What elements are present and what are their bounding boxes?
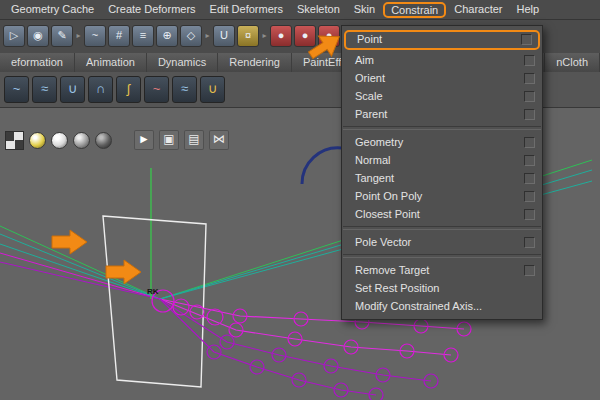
option-box-icon[interactable] [524,91,535,102]
select-curves-mask-icon[interactable] [84,25,106,47]
menu-item-label: Closest Point [355,208,420,220]
extend-curve-icon[interactable] [172,76,197,103]
shelf-tab-rendering[interactable]: Rendering [218,53,292,72]
ep-curve-tool-icon[interactable] [4,76,29,103]
shaded-sphere-dark-icon[interactable] [95,132,112,149]
arrow-pointing-at-point-menu-item [306,28,352,66]
toolbar-group-divider[interactable] [261,25,268,47]
menu-item-label: Scale [355,90,383,102]
menu-item-parent[interactable]: Parent [342,105,542,123]
menu-item-label: Remove Target [355,264,429,276]
panel-layout-icon[interactable] [184,130,204,150]
menu-item-point[interactable]: Point [344,30,540,50]
menu-skeleton[interactable]: Skeleton [290,1,347,18]
menu-item-label: Parent [355,108,387,120]
camera-arc-curve [302,148,341,184]
arrow-pointing-at-plane [50,228,90,256]
constrain-dropdown-menu: Point Aim Orient Scale Parent Geometry N… [341,25,543,320]
option-box-icon[interactable] [524,173,535,184]
select-surfaces-mask-icon[interactable] [108,25,130,47]
maya-window: Geometry Cache Create Deformers Edit Def… [0,0,600,400]
menu-item-aim[interactable]: Aim [342,51,542,69]
menu-item-geometry[interactable]: Geometry [342,133,542,151]
menu-help[interactable]: Help [510,1,547,18]
option-box-icon[interactable] [524,209,535,220]
insert-knot-icon[interactable] [144,76,169,103]
pencil-curve-tool-icon[interactable] [32,76,57,103]
show-manipulators-icon[interactable] [209,130,229,150]
menu-item-label: Geometry [355,136,403,148]
shelf-tab-dynamics[interactable]: Dynamics [147,53,218,72]
option-box-icon[interactable] [524,191,535,202]
option-box-icon[interactable] [524,137,535,148]
option-box-icon[interactable] [521,34,532,45]
menu-separator [343,126,541,130]
shelf-tab-animation[interactable]: Animation [75,53,147,72]
menu-item-point-on-poly[interactable]: Point On Poly [342,187,542,205]
paint-select-icon[interactable] [51,25,73,47]
option-box-icon[interactable] [524,109,535,120]
select-tool-icon[interactable] [3,25,25,47]
arrow-pointing-at-joint [104,258,144,286]
toolbar-group-divider[interactable] [204,25,211,47]
menu-item-label: Modify Constrained Axis... [355,300,482,312]
menu-item-label: Orient [355,72,385,84]
shaded-sphere-white-icon[interactable] [51,132,68,149]
menu-skin[interactable]: Skin [347,1,382,18]
offset-curve-icon[interactable] [200,76,225,103]
select-misc-mask-icon[interactable] [180,25,202,47]
snap-to-point-icon[interactable] [237,25,259,47]
menu-separator [343,226,541,230]
menu-item-label: Normal [355,154,390,166]
menu-item-pole-vector[interactable]: Pole Vector [342,233,542,251]
menu-item-label: Point On Poly [355,190,422,202]
option-box-icon[interactable] [524,155,535,166]
arc-tool-icon[interactable] [60,76,85,103]
menu-item-orient[interactable]: Orient [342,69,542,87]
option-box-icon[interactable] [524,55,535,66]
cube-display-icon[interactable] [159,130,179,150]
toolbar-group-divider[interactable] [75,25,82,47]
option-box-icon[interactable] [524,73,535,84]
select-cursor-icon[interactable] [134,130,154,150]
menu-item-label: Aim [355,54,374,66]
snap-to-grid-icon[interactable] [213,25,235,47]
option-box-icon[interactable] [524,265,535,276]
menu-item-scale[interactable]: Scale [342,87,542,105]
texture-checker-icon[interactable] [5,131,24,150]
select-by-hierarchy-icon[interactable] [27,25,49,47]
menu-geometry-cache[interactable]: Geometry Cache [4,1,101,18]
shaded-sphere-gray-icon[interactable] [73,132,90,149]
menu-item-modify-constrained-axis[interactable]: Modify Constrained Axis... [342,297,542,315]
menu-item-label: Tangent [355,172,394,184]
attach-curves-icon[interactable] [88,76,113,103]
constraint-plane [103,216,206,387]
menu-edit-deformers[interactable]: Edit Deformers [203,1,290,18]
menu-create-deformers[interactable]: Create Deformers [101,1,202,18]
detach-curves-icon[interactable] [116,76,141,103]
menu-item-label: Pole Vector [355,236,411,248]
shaded-sphere-yellow-icon[interactable] [29,132,46,149]
option-box-icon[interactable] [524,237,535,248]
menu-item-tangent[interactable]: Tangent [342,169,542,187]
shelf-tab-deformation[interactable]: eformation [0,53,75,72]
select-joints-mask-icon[interactable] [156,25,178,47]
render-view-icon[interactable] [270,25,292,47]
menu-separator [343,254,541,258]
menu-item-normal[interactable]: Normal [342,151,542,169]
menu-item-set-rest-position[interactable]: Set Rest Position [342,279,542,297]
menu-constrain[interactable]: Constrain [383,2,446,18]
select-deformations-mask-icon[interactable] [132,25,154,47]
menu-item-closest-point[interactable]: Closest Point [342,205,542,223]
joint-name-label: RK [147,287,159,296]
shelf-tab-ncloth[interactable]: nCloth [545,53,600,72]
menu-character[interactable]: Character [447,1,509,18]
menu-item-remove-target[interactable]: Remove Target [342,261,542,279]
panel-toolbar [5,130,229,150]
menu-item-label: Set Rest Position [355,282,439,294]
menu-item-label: Point [357,33,382,45]
main-menubar: Geometry Cache Create Deformers Edit Def… [0,0,600,20]
